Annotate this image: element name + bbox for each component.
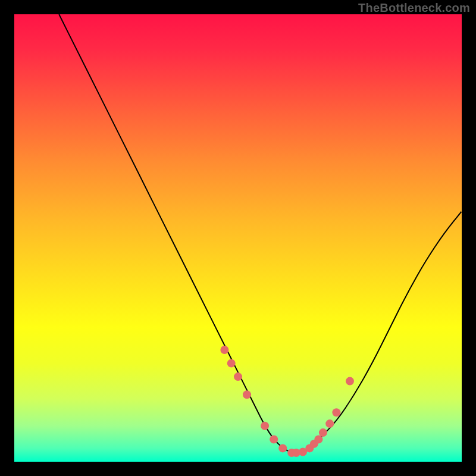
chart-gradient-frame xyxy=(14,14,462,462)
marker-group xyxy=(220,346,354,457)
data-point-marker xyxy=(319,428,327,437)
watermark-text: TheBottleneck.com xyxy=(358,1,470,15)
data-point-marker xyxy=(261,422,269,430)
bottleneck-curve xyxy=(59,14,462,453)
data-point-marker xyxy=(270,435,278,443)
data-point-marker xyxy=(346,377,354,386)
data-point-marker xyxy=(325,419,334,428)
bottleneck-plot xyxy=(14,14,462,462)
data-point-marker xyxy=(278,444,287,452)
data-point-marker xyxy=(234,372,242,381)
data-point-marker xyxy=(227,359,236,368)
data-point-marker xyxy=(243,390,251,399)
data-point-marker xyxy=(220,346,228,354)
data-point-marker xyxy=(332,408,340,416)
